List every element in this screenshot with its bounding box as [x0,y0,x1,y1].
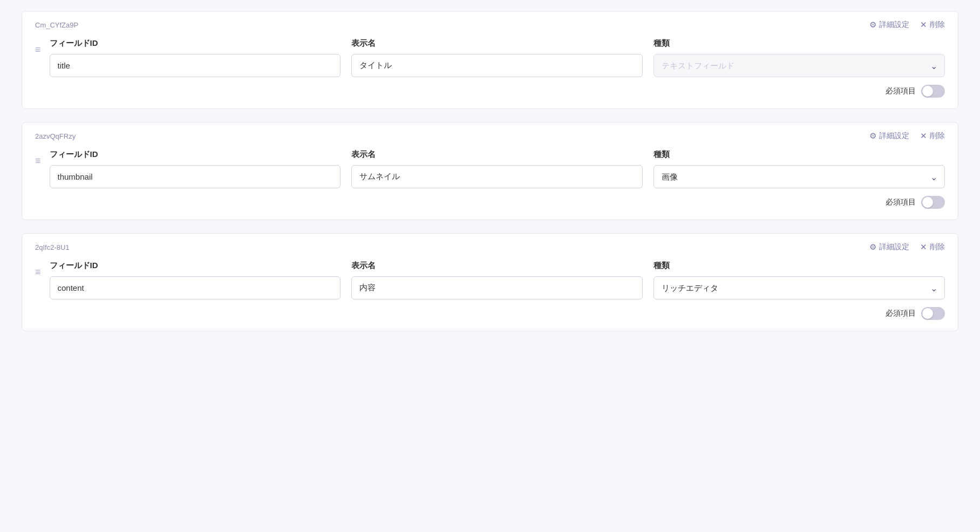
display-name-col-2: 表示名 [351,261,643,299]
field-id-col-2: フィールドID [50,261,341,299]
block-actions-0: ⚙ 詳細設定 ✕ 削除 [869,20,945,30]
gear-icon-2: ⚙ [869,242,876,252]
display-name-input-0[interactable] [351,54,643,77]
type-select-2[interactable]: リッチエディタ [654,276,945,299]
x-icon-2: ✕ [920,242,927,252]
field-id-col-1: フィールドID [50,149,341,188]
required-toggle-2[interactable] [921,307,945,320]
block-header-1: 2azvQqFRzy ⚙ 詳細設定 ✕ 削除 [35,131,945,141]
field-id-input-1[interactable] [50,165,341,188]
type-col-1: 種類 画像 ⌄ [654,149,945,188]
drag-handle-1[interactable]: ≡ [35,149,41,166]
select-wrapper-2: リッチエディタ ⌄ [654,276,945,299]
display-name-input-1[interactable] [351,165,643,188]
required-toggle-1[interactable] [921,196,945,209]
field-id-label-0: フィールドID [50,38,341,49]
block-header-2: 2qIfc2-8U1 ⚙ 詳細設定 ✕ 削除 [35,242,945,252]
required-row-2: 必須項目 [35,307,945,320]
x-icon-1: ✕ [920,131,927,141]
field-id-label-2: フィールドID [50,261,341,271]
fields-grid-1: フィールドID 表示名 種類 画像 ⌄ [50,149,945,188]
field-id-col-0: フィールドID [50,38,341,77]
type-select-0: テキストフィールド [654,54,945,77]
block-id-1: 2azvQqFRzy [35,132,76,140]
type-select-1[interactable]: 画像 [654,165,945,188]
block-actions-1: ⚙ 詳細設定 ✕ 削除 [869,131,945,141]
type-label-2: 種類 [654,261,945,271]
required-label-text-0: 必須項目 [886,86,916,96]
delete-link-0[interactable]: ✕ 削除 [920,20,945,30]
select-wrapper-1: 画像 ⌄ [654,165,945,188]
field-id-label-1: フィールドID [50,149,341,160]
field-block-0: Cm_CYfZa9P ⚙ 詳細設定 ✕ 削除 ≡ フィールドID [22,11,958,109]
block-header-0: Cm_CYfZa9P ⚙ 詳細設定 ✕ 削除 [35,20,945,30]
field-block-1: 2azvQqFRzy ⚙ 詳細設定 ✕ 削除 ≡ フィールドID [22,122,958,220]
delete-label-2: 削除 [930,242,945,252]
field-block-2: 2qIfc2-8U1 ⚙ 詳細設定 ✕ 削除 ≡ フィールドID [22,233,958,331]
required-label-text-2: 必須項目 [886,309,916,318]
settings-link-0[interactable]: ⚙ 詳細設定 [869,20,909,30]
select-wrapper-0: テキストフィールド ⌄ [654,54,945,77]
delete-link-2[interactable]: ✕ 削除 [920,242,945,252]
display-name-label-0: 表示名 [351,38,643,49]
display-name-col-0: 表示名 [351,38,643,77]
settings-link-2[interactable]: ⚙ 詳細設定 [869,242,909,252]
drag-handle-0[interactable]: ≡ [35,38,41,54]
display-name-col-1: 表示名 [351,149,643,188]
type-col-2: 種類 リッチエディタ ⌄ [654,261,945,299]
block-actions-2: ⚙ 詳細設定 ✕ 削除 [869,242,945,252]
display-name-input-2[interactable] [351,276,643,299]
settings-label-1: 詳細設定 [879,131,909,141]
type-label-1: 種類 [654,149,945,160]
required-label-text-1: 必須項目 [886,197,916,207]
field-id-input-2[interactable] [50,276,341,299]
block-id-2: 2qIfc2-8U1 [35,243,70,251]
type-label-0: 種類 [654,38,945,49]
settings-label-0: 詳細設定 [879,20,909,30]
block-id-0: Cm_CYfZa9P [35,21,78,29]
delete-link-1[interactable]: ✕ 削除 [920,131,945,141]
fields-row-0: ≡ フィールドID 表示名 種類 テキストフィールド ⌄ [35,38,945,77]
fields-row-1: ≡ フィールドID 表示名 種類 画像 ⌄ [35,149,945,188]
required-row-0: 必須項目 [35,85,945,98]
delete-label-1: 削除 [930,131,945,141]
required-toggle-0[interactable] [921,85,945,98]
settings-label-2: 詳細設定 [879,242,909,252]
drag-handle-2[interactable]: ≡ [35,261,41,277]
delete-label-0: 削除 [930,20,945,30]
x-icon-0: ✕ [920,20,927,30]
display-name-label-2: 表示名 [351,261,643,271]
display-name-label-1: 表示名 [351,149,643,160]
fields-grid-0: フィールドID 表示名 種類 テキストフィールド ⌄ [50,38,945,77]
required-row-1: 必須項目 [35,196,945,209]
gear-icon-1: ⚙ [869,131,876,141]
gear-icon-0: ⚙ [869,20,876,30]
fields-row-2: ≡ フィールドID 表示名 種類 リッチエディタ ⌄ [35,261,945,299]
settings-link-1[interactable]: ⚙ 詳細設定 [869,131,909,141]
type-col-0: 種類 テキストフィールド ⌄ [654,38,945,77]
fields-grid-2: フィールドID 表示名 種類 リッチエディタ ⌄ [50,261,945,299]
field-id-input-0[interactable] [50,54,341,77]
